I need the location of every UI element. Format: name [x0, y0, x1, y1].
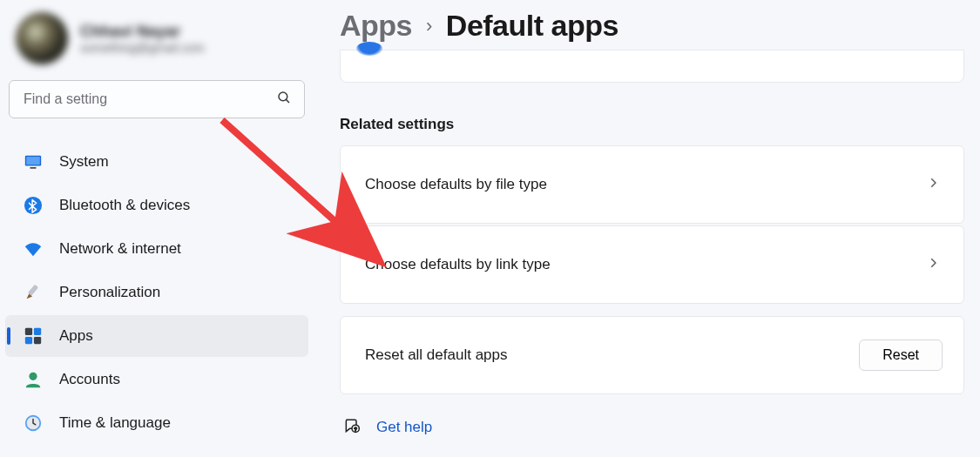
wifi-icon	[23, 239, 44, 259]
sidebar-item-label: Bluetooth & devices	[59, 197, 190, 214]
svg-point-0	[279, 92, 287, 101]
main-panel: Apps › Default apps Related settings Cho…	[314, 0, 980, 457]
svg-rect-7	[25, 328, 32, 335]
paintbrush-icon	[23, 282, 44, 303]
choose-defaults-file-type-row[interactable]: Choose defaults by file type	[340, 145, 964, 224]
sidebar-item-label: Network & internet	[59, 240, 181, 258]
reset-defaults-row: Reset all default apps Reset	[340, 316, 964, 394]
svg-rect-9	[25, 337, 32, 344]
app-card-partial[interactable]	[340, 50, 964, 83]
svg-rect-8	[34, 328, 41, 335]
sidebar-item-accounts[interactable]: Accounts	[5, 359, 308, 400]
sidebar-item-label: System	[59, 153, 109, 171]
option-label: Choose defaults by file type	[365, 176, 547, 193]
profile-email: something@gmail.com	[80, 41, 205, 55]
svg-rect-10	[34, 337, 41, 344]
sidebar-item-label: Time & language	[59, 414, 171, 432]
bluetooth-icon	[23, 195, 44, 216]
svg-rect-3	[26, 157, 40, 165]
option-label: Choose defaults by link type	[365, 256, 551, 273]
reset-label: Reset all default apps	[365, 346, 508, 364]
sidebar-item-label: Accounts	[59, 371, 120, 388]
sidebar-item-label: Apps	[59, 327, 93, 345]
person-icon	[23, 369, 44, 390]
sidebar-item-network[interactable]: Network & internet	[5, 228, 308, 270]
search-input[interactable]	[9, 80, 305, 118]
avatar	[16, 12, 68, 64]
sidebar-item-time-language[interactable]: Time & language	[5, 402, 308, 444]
sidebar-item-system[interactable]: System	[5, 141, 308, 183]
clock-icon	[23, 413, 44, 433]
chevron-right-icon: ›	[426, 15, 432, 37]
sidebar: Chhavi Nayar something@gmail.com System	[0, 0, 314, 457]
chevron-right-icon	[927, 176, 939, 193]
sidebar-item-label: Personalization	[59, 284, 160, 301]
nav: System Bluetooth & devices Network & int…	[0, 141, 314, 444]
sidebar-item-bluetooth[interactable]: Bluetooth & devices	[5, 185, 308, 226]
breadcrumb: Apps › Default apps	[340, 9, 964, 43]
chevron-right-icon	[927, 256, 939, 273]
apps-icon	[23, 326, 44, 346]
svg-rect-6	[28, 285, 38, 296]
help-icon: ?	[343, 417, 361, 438]
user-profile[interactable]: Chhavi Nayar something@gmail.com	[0, 7, 314, 77]
svg-point-11	[29, 373, 37, 380]
page-title: Default apps	[446, 9, 618, 43]
search-icon	[276, 90, 292, 109]
svg-rect-4	[30, 167, 36, 169]
related-settings-heading: Related settings	[340, 116, 964, 133]
system-icon	[23, 151, 44, 172]
sidebar-item-personalization[interactable]: Personalization	[5, 272, 308, 313]
profile-name: Chhavi Nayar	[80, 23, 205, 41]
sidebar-item-apps[interactable]: Apps	[5, 315, 308, 357]
reset-button[interactable]: Reset	[859, 339, 943, 371]
breadcrumb-parent[interactable]: Apps	[340, 9, 412, 43]
app-icon-partial	[356, 42, 382, 56]
svg-line-1	[286, 99, 289, 103]
search-field[interactable]	[22, 91, 276, 108]
get-help-link[interactable]: Get help	[376, 419, 432, 436]
choose-defaults-link-type-row[interactable]: Choose defaults by link type	[340, 225, 964, 304]
